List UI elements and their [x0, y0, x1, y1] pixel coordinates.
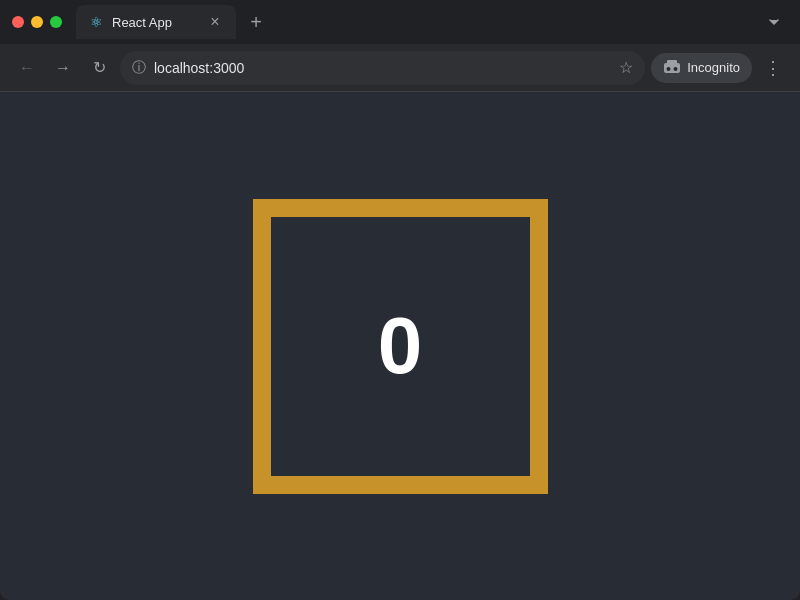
svg-point-2 [667, 67, 671, 71]
toolbar: ← → ↻ ⓘ localhost:3000 ☆ Incognito [0, 44, 800, 92]
info-icon: ⓘ [132, 59, 146, 77]
tab-favicon-icon: ⚛ [88, 14, 104, 30]
browser-window: ⚛ React App × + ← → ↻ ⓘ localhost:300 [0, 0, 800, 600]
reload-button[interactable]: ↻ [84, 53, 114, 83]
incognito-button[interactable]: Incognito [651, 53, 752, 83]
back-button[interactable]: ← [12, 53, 42, 83]
incognito-label: Incognito [687, 60, 740, 75]
forward-button[interactable]: → [48, 53, 78, 83]
traffic-lights [12, 16, 62, 28]
tab-overflow-button[interactable] [760, 8, 788, 36]
tab-close-button[interactable]: × [206, 13, 224, 31]
minimize-button[interactable] [31, 16, 43, 28]
address-bar[interactable]: ⓘ localhost:3000 ☆ [120, 51, 645, 85]
bookmark-icon[interactable]: ☆ [619, 58, 633, 77]
svg-point-3 [674, 67, 678, 71]
counter-value: 0 [378, 300, 423, 392]
maximize-button[interactable] [50, 16, 62, 28]
url-text: localhost:3000 [154, 60, 611, 76]
tab-area: ⚛ React App × + [76, 5, 788, 39]
page-content: 0 [0, 92, 800, 600]
close-button[interactable] [12, 16, 24, 28]
tab-title: React App [112, 15, 198, 30]
new-tab-button[interactable]: + [242, 8, 270, 36]
counter-box: 0 [253, 199, 548, 494]
title-bar: ⚛ React App × + [0, 0, 800, 44]
incognito-icon [663, 58, 681, 77]
active-tab[interactable]: ⚛ React App × [76, 5, 236, 39]
browser-menu-button[interactable]: ⋮ [758, 53, 788, 83]
svg-rect-1 [667, 60, 677, 65]
